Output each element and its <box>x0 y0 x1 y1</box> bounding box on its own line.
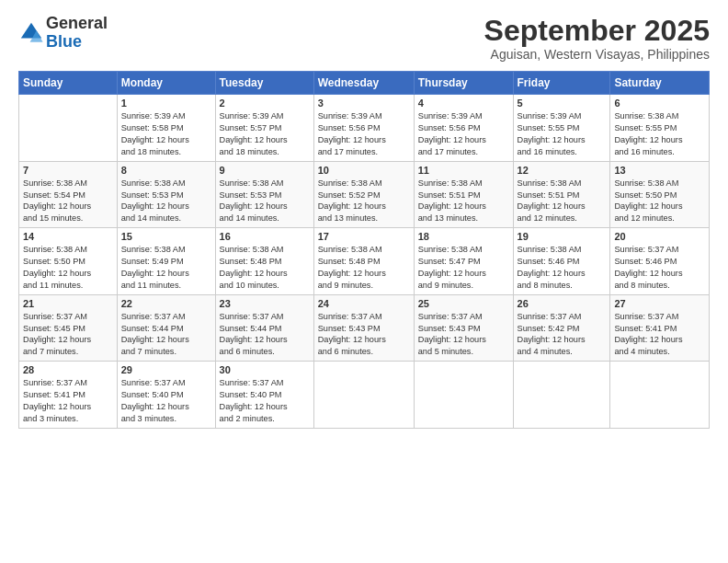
day-info: Sunrise: 5:38 AM Sunset: 5:51 PM Dayligh… <box>518 178 607 225</box>
table-row: 1Sunrise: 5:39 AM Sunset: 5:58 PM Daylig… <box>117 95 215 162</box>
day-info: Sunrise: 5:39 AM Sunset: 5:55 PM Dayligh… <box>518 110 607 158</box>
day-info: Sunrise: 5:38 AM Sunset: 5:50 PM Dayligh… <box>614 178 705 225</box>
calendar-header-row: Sunday Monday Tuesday Wednesday Thursday… <box>19 72 710 95</box>
day-info: Sunrise: 5:38 AM Sunset: 5:48 PM Dayligh… <box>318 244 410 292</box>
table-row <box>610 362 710 429</box>
table-row: 27Sunrise: 5:37 AM Sunset: 5:41 PM Dayli… <box>610 294 710 362</box>
table-row: 17Sunrise: 5:38 AM Sunset: 5:48 PM Dayli… <box>313 228 414 295</box>
day-number: 15 <box>121 231 211 242</box>
day-number: 18 <box>418 231 509 242</box>
table-row: 20Sunrise: 5:37 AM Sunset: 5:46 PM Dayli… <box>610 228 710 295</box>
table-row: 24Sunrise: 5:37 AM Sunset: 5:43 PM Dayli… <box>313 294 414 362</box>
day-info: Sunrise: 5:37 AM Sunset: 5:44 PM Dayligh… <box>220 311 310 359</box>
table-row: 6Sunrise: 5:38 AM Sunset: 5:55 PM Daylig… <box>610 95 710 162</box>
logo-general: General <box>46 14 108 32</box>
day-info: Sunrise: 5:37 AM Sunset: 5:43 PM Dayligh… <box>418 311 509 359</box>
day-number: 7 <box>23 165 113 176</box>
calendar-week-row: 14Sunrise: 5:38 AM Sunset: 5:50 PM Dayli… <box>19 228 710 295</box>
day-info: Sunrise: 5:37 AM Sunset: 5:45 PM Dayligh… <box>23 311 113 359</box>
logo: General Blue <box>18 15 108 52</box>
day-info: Sunrise: 5:37 AM Sunset: 5:41 PM Dayligh… <box>614 311 705 359</box>
day-info: Sunrise: 5:38 AM Sunset: 5:55 PM Dayligh… <box>614 110 705 158</box>
day-info: Sunrise: 5:38 AM Sunset: 5:53 PM Dayligh… <box>220 178 310 225</box>
day-number: 10 <box>318 165 410 176</box>
day-info: Sunrise: 5:38 AM Sunset: 5:46 PM Dayligh… <box>518 244 607 292</box>
day-info: Sunrise: 5:39 AM Sunset: 5:58 PM Dayligh… <box>121 110 211 158</box>
day-number: 8 <box>121 165 211 176</box>
table-row: 15Sunrise: 5:38 AM Sunset: 5:49 PM Dayli… <box>117 228 215 295</box>
table-row <box>513 362 610 429</box>
day-number: 3 <box>318 98 410 109</box>
header-thursday: Thursday <box>414 72 513 95</box>
day-info: Sunrise: 5:38 AM Sunset: 5:50 PM Dayligh… <box>23 244 113 292</box>
day-info: Sunrise: 5:38 AM Sunset: 5:53 PM Dayligh… <box>121 178 211 225</box>
day-info: Sunrise: 5:37 AM Sunset: 5:40 PM Dayligh… <box>220 377 310 425</box>
day-info: Sunrise: 5:38 AM Sunset: 5:48 PM Dayligh… <box>220 244 310 292</box>
header-wednesday: Wednesday <box>313 72 414 95</box>
day-number: 16 <box>220 231 310 242</box>
day-number: 28 <box>23 364 113 375</box>
logo-blue: Blue <box>46 32 82 51</box>
table-row: 13Sunrise: 5:38 AM Sunset: 5:50 PM Dayli… <box>610 161 710 228</box>
table-row: 8Sunrise: 5:38 AM Sunset: 5:53 PM Daylig… <box>117 161 215 228</box>
table-row: 30Sunrise: 5:37 AM Sunset: 5:40 PM Dayli… <box>215 362 313 429</box>
calendar: Sunday Monday Tuesday Wednesday Thursday… <box>18 71 710 429</box>
table-row: 21Sunrise: 5:37 AM Sunset: 5:45 PM Dayli… <box>19 294 118 362</box>
day-number: 19 <box>518 231 607 242</box>
logo-text: General Blue <box>46 15 108 52</box>
table-row: 25Sunrise: 5:37 AM Sunset: 5:43 PM Dayli… <box>414 294 513 362</box>
day-info: Sunrise: 5:37 AM Sunset: 5:41 PM Dayligh… <box>23 377 113 425</box>
day-info: Sunrise: 5:37 AM Sunset: 5:43 PM Dayligh… <box>318 311 410 359</box>
day-info: Sunrise: 5:38 AM Sunset: 5:51 PM Dayligh… <box>418 178 509 225</box>
day-info: Sunrise: 5:37 AM Sunset: 5:44 PM Dayligh… <box>121 311 211 359</box>
day-number: 17 <box>318 231 410 242</box>
table-row: 29Sunrise: 5:37 AM Sunset: 5:40 PM Dayli… <box>117 362 215 429</box>
table-row: 19Sunrise: 5:38 AM Sunset: 5:46 PM Dayli… <box>513 228 610 295</box>
day-number: 9 <box>220 165 310 176</box>
day-info: Sunrise: 5:39 AM Sunset: 5:56 PM Dayligh… <box>418 110 509 158</box>
header-saturday: Saturday <box>610 72 710 95</box>
day-number: 22 <box>121 298 211 309</box>
day-number: 11 <box>418 165 509 176</box>
day-number: 21 <box>23 298 113 309</box>
day-info: Sunrise: 5:37 AM Sunset: 5:42 PM Dayligh… <box>518 311 607 359</box>
day-number: 20 <box>614 231 705 242</box>
table-row: 18Sunrise: 5:38 AM Sunset: 5:47 PM Dayli… <box>414 228 513 295</box>
day-number: 30 <box>220 364 310 375</box>
table-row: 4Sunrise: 5:39 AM Sunset: 5:56 PM Daylig… <box>414 95 513 162</box>
day-number: 12 <box>518 165 607 176</box>
day-number: 4 <box>418 98 509 109</box>
day-info: Sunrise: 5:39 AM Sunset: 5:57 PM Dayligh… <box>220 110 310 158</box>
day-info: Sunrise: 5:38 AM Sunset: 5:54 PM Dayligh… <box>23 178 113 225</box>
day-number: 14 <box>23 231 113 242</box>
table-row: 11Sunrise: 5:38 AM Sunset: 5:51 PM Dayli… <box>414 161 513 228</box>
day-number: 23 <box>220 298 310 309</box>
header-monday: Monday <box>117 72 215 95</box>
header-sunday: Sunday <box>19 72 118 95</box>
table-row: 3Sunrise: 5:39 AM Sunset: 5:56 PM Daylig… <box>313 95 414 162</box>
logo-icon <box>18 20 44 46</box>
table-row: 26Sunrise: 5:37 AM Sunset: 5:42 PM Dayli… <box>513 294 610 362</box>
month-title: September 2025 <box>484 15 710 47</box>
table-row: 5Sunrise: 5:39 AM Sunset: 5:55 PM Daylig… <box>513 95 610 162</box>
day-number: 27 <box>614 298 705 309</box>
header-friday: Friday <box>513 72 610 95</box>
calendar-week-row: 1Sunrise: 5:39 AM Sunset: 5:58 PM Daylig… <box>19 95 710 162</box>
day-number: 2 <box>220 98 310 109</box>
table-row <box>19 95 118 162</box>
calendar-week-row: 28Sunrise: 5:37 AM Sunset: 5:41 PM Dayli… <box>19 362 710 429</box>
day-number: 24 <box>318 298 410 309</box>
day-info: Sunrise: 5:37 AM Sunset: 5:46 PM Dayligh… <box>614 244 705 292</box>
table-row: 7Sunrise: 5:38 AM Sunset: 5:54 PM Daylig… <box>19 161 118 228</box>
title-block: September 2025 Aguisan, Western Visayas,… <box>484 15 710 62</box>
table-row <box>414 362 513 429</box>
calendar-week-row: 21Sunrise: 5:37 AM Sunset: 5:45 PM Dayli… <box>19 294 710 362</box>
day-number: 29 <box>121 364 211 375</box>
table-row: 23Sunrise: 5:37 AM Sunset: 5:44 PM Dayli… <box>215 294 313 362</box>
table-row: 16Sunrise: 5:38 AM Sunset: 5:48 PM Dayli… <box>215 228 313 295</box>
header: General Blue September 2025 Aguisan, Wes… <box>18 15 710 62</box>
table-row: 12Sunrise: 5:38 AM Sunset: 5:51 PM Dayli… <box>513 161 610 228</box>
location: Aguisan, Western Visayas, Philippines <box>484 47 710 62</box>
table-row <box>313 362 414 429</box>
table-row: 28Sunrise: 5:37 AM Sunset: 5:41 PM Dayli… <box>19 362 118 429</box>
